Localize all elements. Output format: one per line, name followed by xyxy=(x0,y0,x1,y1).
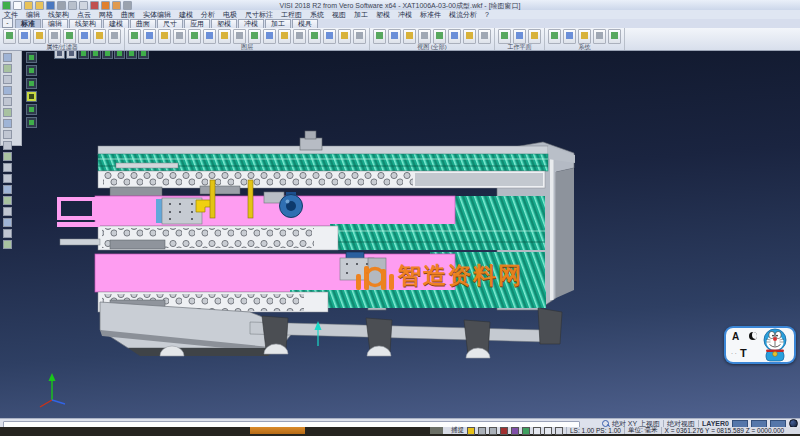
redo-icon[interactable] xyxy=(112,1,121,10)
tool-icon[interactable] xyxy=(388,29,401,44)
tool-icon[interactable] xyxy=(563,29,576,44)
tool-icon[interactable] xyxy=(498,29,511,44)
menu-electrode[interactable]: 电极 xyxy=(219,10,241,19)
tool-icon[interactable] xyxy=(33,29,46,44)
menu-mesh[interactable]: 网格 xyxy=(95,10,117,19)
menu-standard-parts[interactable]: 标准件 xyxy=(416,10,445,19)
menu-progress[interactable]: 冲模 xyxy=(394,10,416,19)
menu-help[interactable]: ? xyxy=(481,10,493,19)
tab-edit[interactable]: 编辑 xyxy=(42,19,68,28)
tool-icon[interactable] xyxy=(463,29,476,44)
new-file-icon[interactable] xyxy=(13,1,22,10)
view-mode-icon[interactable] xyxy=(26,117,37,128)
menu-view[interactable]: 视图 xyxy=(328,10,350,19)
tool-icon[interactable] xyxy=(3,29,16,44)
menu-system[interactable]: 系统 xyxy=(306,10,328,19)
tool-icon[interactable] xyxy=(373,29,386,44)
tool-icon[interactable] xyxy=(3,75,12,84)
view-mode-icon[interactable] xyxy=(26,65,37,76)
menu-surface[interactable]: 曲面 xyxy=(117,10,139,19)
snap-midpoint-icon[interactable] xyxy=(489,427,497,435)
view-mode-icon[interactable] xyxy=(26,78,37,89)
menu-wireframe[interactable]: 线架构 xyxy=(44,10,73,19)
tool-icon[interactable] xyxy=(3,196,12,205)
tool-icon[interactable] xyxy=(128,29,141,44)
tool-icon[interactable] xyxy=(3,218,12,227)
tool-icon[interactable] xyxy=(278,29,291,44)
menu-dimension[interactable]: 尺寸标注 xyxy=(241,10,277,19)
tool-icon[interactable] xyxy=(3,240,12,249)
view-mode-icon[interactable] xyxy=(26,52,37,63)
tool-icon[interactable] xyxy=(218,29,231,44)
tool-icon[interactable] xyxy=(578,29,591,44)
tool-icon[interactable] xyxy=(143,29,156,44)
tab-modeling[interactable]: 建模 xyxy=(103,19,129,28)
snap-point-icon[interactable] xyxy=(467,427,475,435)
snap-endpoint-icon[interactable] xyxy=(478,427,486,435)
view-mode-icon[interactable] xyxy=(26,104,37,115)
tool-icon[interactable] xyxy=(3,130,12,139)
tool-icon[interactable] xyxy=(3,64,12,73)
tool-icon[interactable] xyxy=(3,185,12,194)
import-icon[interactable] xyxy=(35,1,44,10)
tool-icon[interactable] xyxy=(528,29,541,44)
tool-icon[interactable] xyxy=(188,29,201,44)
tool-icon[interactable] xyxy=(173,29,186,44)
tab-stamping[interactable]: 冲模 xyxy=(238,19,264,28)
menu-machining[interactable]: 加工 xyxy=(350,10,372,19)
tool-icon[interactable] xyxy=(3,163,12,172)
menu-pointcloud[interactable]: 点云 xyxy=(73,10,95,19)
tool-icon[interactable] xyxy=(608,29,621,44)
tool-icon[interactable] xyxy=(593,29,606,44)
menu-flow-analysis[interactable]: 模流分析 xyxy=(445,10,481,19)
tool-icon[interactable] xyxy=(78,29,91,44)
save-icon[interactable] xyxy=(46,1,55,10)
tab-surface[interactable]: 曲面 xyxy=(130,19,156,28)
tool-icon[interactable] xyxy=(108,29,121,44)
tool-icon[interactable] xyxy=(48,29,61,44)
tool-icon[interactable] xyxy=(338,29,351,44)
save-as-icon[interactable] xyxy=(57,1,66,10)
snap-intersection-icon[interactable] xyxy=(511,427,519,435)
magnifier-icon[interactable] xyxy=(602,420,609,427)
tool-icon[interactable] xyxy=(3,97,12,106)
tool-icon[interactable] xyxy=(353,29,366,44)
menu-mould[interactable]: 塑模 xyxy=(372,10,394,19)
tool-icon[interactable] xyxy=(3,229,12,238)
tab-machining[interactable]: 加工 xyxy=(265,19,291,28)
tool-icon[interactable] xyxy=(158,29,171,44)
tool-icon[interactable] xyxy=(3,152,12,161)
snap-center-icon[interactable] xyxy=(500,427,508,435)
tool-icon[interactable] xyxy=(263,29,276,44)
tool-icon[interactable] xyxy=(418,29,431,44)
tool-icon[interactable] xyxy=(293,29,306,44)
view-mode-icon-active[interactable] xyxy=(26,91,37,102)
menu-analysis[interactable]: 分析 xyxy=(197,10,219,19)
tool-icon[interactable] xyxy=(203,29,216,44)
tool-icon[interactable] xyxy=(308,29,321,44)
tool-icon[interactable] xyxy=(448,29,461,44)
tool-icon[interactable] xyxy=(233,29,246,44)
tool-icon[interactable] xyxy=(3,86,12,95)
snap-rotate-icon[interactable] xyxy=(544,427,552,435)
tool-icon[interactable] xyxy=(93,29,106,44)
tool-icon[interactable] xyxy=(478,29,491,44)
print-icon[interactable] xyxy=(68,1,77,10)
menu-edit[interactable]: 编辑 xyxy=(22,10,44,19)
tool-icon[interactable] xyxy=(433,29,446,44)
tab-dimension[interactable]: 尺寸 xyxy=(157,19,183,28)
tool-icon[interactable] xyxy=(63,29,76,44)
delete-icon[interactable] xyxy=(90,1,99,10)
tool-icon[interactable] xyxy=(3,108,12,117)
active-layer-field[interactable]: LAYER0 xyxy=(702,420,729,427)
undo-icon[interactable] xyxy=(101,1,110,10)
tool-icon[interactable] xyxy=(323,29,336,44)
snap-tangent-icon[interactable] xyxy=(533,427,541,435)
tool-icon[interactable] xyxy=(3,207,12,216)
tool-icon[interactable] xyxy=(248,29,261,44)
menu-solid-edit[interactable]: 实体编辑 xyxy=(139,10,175,19)
tab-die[interactable]: 模具 xyxy=(292,19,318,28)
snap-grid-icon[interactable] xyxy=(555,427,563,435)
tool-icon[interactable] xyxy=(3,174,12,183)
copy-icon[interactable] xyxy=(79,1,88,10)
